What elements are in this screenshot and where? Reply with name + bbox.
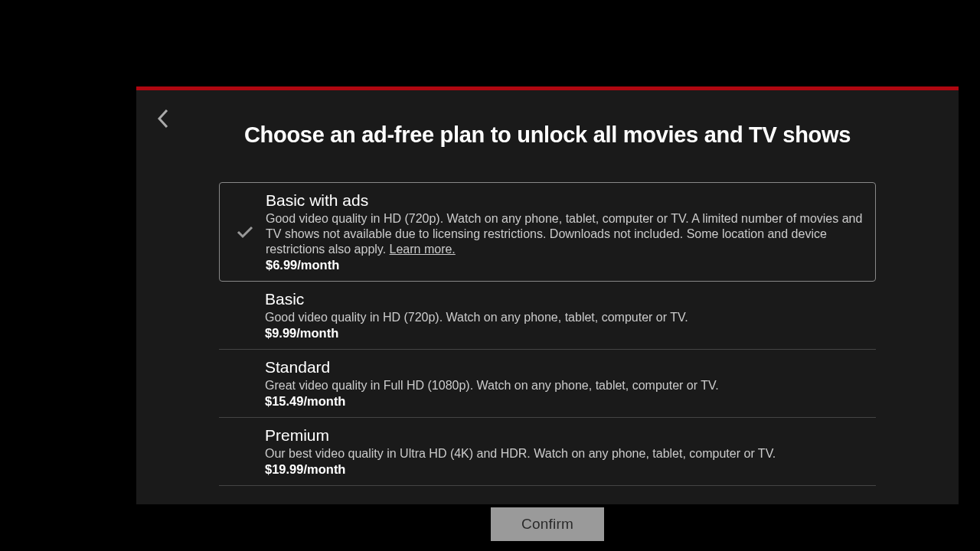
chevron-left-icon bbox=[156, 108, 170, 129]
plan-description: Our best video quality in Ultra HD (4K) … bbox=[265, 446, 876, 461]
back-button[interactable] bbox=[152, 107, 175, 130]
plan-name: Basic with ads bbox=[266, 191, 867, 210]
plans-list: Basic with ads Good video quality in HD … bbox=[219, 182, 876, 486]
plan-price: $9.99/month bbox=[265, 326, 876, 341]
confirm-wrap: Confirm bbox=[136, 507, 959, 541]
modal-title: Choose an ad-free plan to unlock all mov… bbox=[136, 122, 959, 148]
plan-option-basic-with-ads[interactable]: Basic with ads Good video quality in HD … bbox=[219, 182, 876, 282]
plan-description: Good video quality in HD (720p). Watch o… bbox=[265, 310, 876, 325]
plan-name: Premium bbox=[265, 426, 876, 445]
check-icon bbox=[237, 223, 253, 240]
plan-price: $19.99/month bbox=[265, 462, 876, 477]
confirm-button[interactable]: Confirm bbox=[491, 507, 604, 541]
plan-description: Good video quality in HD (720p). Watch o… bbox=[266, 211, 867, 257]
plan-option-premium[interactable]: Premium Our best video quality in Ultra … bbox=[219, 418, 876, 486]
plan-name: Basic bbox=[265, 290, 876, 308]
plan-name: Standard bbox=[265, 358, 876, 377]
plan-modal: Choose an ad-free plan to unlock all mov… bbox=[136, 86, 959, 504]
learn-more-link[interactable]: Learn more. bbox=[390, 243, 456, 256]
plan-price: $15.49/month bbox=[265, 394, 876, 409]
plan-description: Great video quality in Full HD (1080p). … bbox=[265, 378, 876, 393]
plan-option-standard[interactable]: Standard Great video quality in Full HD … bbox=[219, 350, 876, 418]
plan-price: $6.99/month bbox=[266, 258, 867, 272]
plan-option-basic[interactable]: Basic Good video quality in HD (720p). W… bbox=[219, 282, 876, 350]
